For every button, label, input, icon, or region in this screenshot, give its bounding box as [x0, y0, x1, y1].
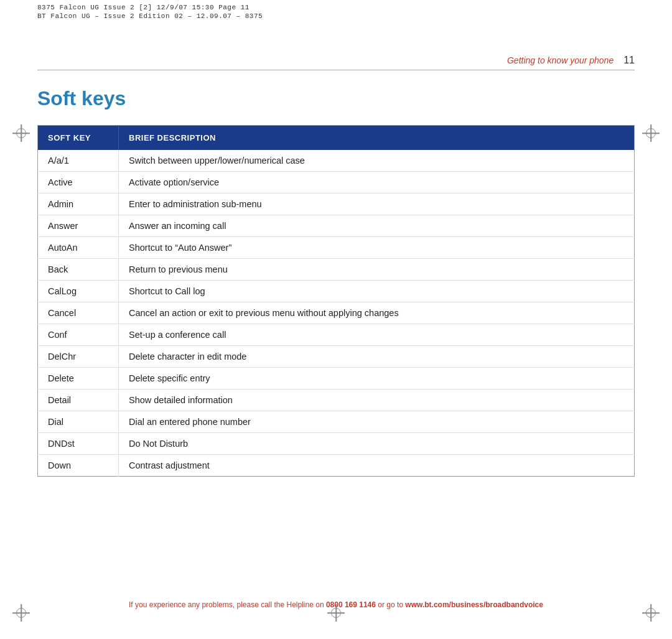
- table-row: AdminEnter to administration sub-menu: [38, 194, 635, 215]
- section-title: Soft keys: [37, 87, 635, 110]
- reg-mark-bottom-right: [642, 604, 660, 622]
- soft-key-cell: Answer: [38, 215, 119, 237]
- table-row: A/a/1Switch between upper/lower/numerica…: [38, 150, 635, 172]
- chapter-title: Getting to know your phone: [507, 55, 614, 65]
- table-row: DeleteDelete specific entry: [38, 368, 635, 389]
- soft-key-cell: Back: [38, 259, 119, 281]
- reg-mark-bottom-left: [12, 604, 30, 622]
- footer-text-middle: or go to: [376, 600, 405, 609]
- table-row: AnswerAnswer an incoming call: [38, 215, 635, 237]
- page-rule: [37, 70, 635, 70]
- table-row: DialDial an entered phone number: [38, 411, 635, 433]
- soft-key-cell: Down: [38, 455, 119, 477]
- description-cell: Shortcut to “Auto Answer”: [119, 237, 635, 259]
- col-header-description: BRIEF DESCRIPTION: [119, 126, 635, 151]
- header-line1: 8375 Falcon UG Issue 2 [2] 12/9/07 15:30…: [37, 4, 635, 11]
- table-row: BackReturn to previous menu: [38, 259, 635, 281]
- soft-key-cell: DNDst: [38, 433, 119, 455]
- reg-mark-bottom-center: [327, 604, 345, 622]
- soft-key-cell: Cancel: [38, 302, 119, 324]
- soft-key-cell: Detail: [38, 389, 119, 411]
- reg-mark-left: [12, 124, 30, 142]
- col-header-soft-key: SOFT KEY: [38, 126, 119, 151]
- description-cell: Set-up a conference call: [119, 324, 635, 346]
- table-row: CancelCancel an action or exit to previo…: [38, 302, 635, 324]
- table-row: ActiveActivate option/service: [38, 172, 635, 194]
- description-cell: Switch between upper/lower/numerical cas…: [119, 150, 635, 172]
- soft-key-cell: Conf: [38, 324, 119, 346]
- page-number: 11: [623, 55, 635, 66]
- soft-key-cell: Admin: [38, 194, 119, 215]
- table-row: AutoAnShortcut to “Auto Answer”: [38, 237, 635, 259]
- table-header-row: SOFT KEY BRIEF DESCRIPTION: [38, 126, 635, 151]
- soft-key-cell: Active: [38, 172, 119, 194]
- description-cell: Delete specific entry: [119, 368, 635, 389]
- description-cell: Activate option/service: [119, 172, 635, 194]
- table-row: DNDstDo Not Disturb: [38, 433, 635, 455]
- reg-mark-right: [642, 124, 660, 142]
- description-cell: Answer an incoming call: [119, 215, 635, 237]
- description-cell: Shortcut to Call log: [119, 281, 635, 302]
- soft-key-cell: Dial: [38, 411, 119, 433]
- description-cell: Dial an entered phone number: [119, 411, 635, 433]
- soft-key-cell: AutoAn: [38, 237, 119, 259]
- soft-key-cell: CalLog: [38, 281, 119, 302]
- description-cell: Return to previous menu: [119, 259, 635, 281]
- description-cell: Contrast adjustment: [119, 455, 635, 477]
- header-line2: BT Falcon UG – Issue 2 Edition 02 – 12.0…: [37, 12, 635, 20]
- description-cell: Enter to administration sub-menu: [119, 194, 635, 215]
- table-row: ConfSet-up a conference call: [38, 324, 635, 346]
- table-row: CalLogShortcut to Call log: [38, 281, 635, 302]
- page-container: 8375 Falcon UG Issue 2 [2] 12/9/07 15:30…: [0, 0, 672, 639]
- soft-keys-table: SOFT KEY BRIEF DESCRIPTION A/a/1Switch b…: [37, 125, 635, 477]
- description-cell: Do Not Disturb: [119, 433, 635, 455]
- footer-website: www.bt.com/business/broadbandvoice: [405, 600, 543, 609]
- table-row: DetailShow detailed information: [38, 389, 635, 411]
- description-cell: Show detailed information: [119, 389, 635, 411]
- table-row: DelChrDelete character in edit mode: [38, 346, 635, 368]
- table-row: DownContrast adjustment: [38, 455, 635, 477]
- footer-text-before: If you experience any problems, please c…: [129, 600, 326, 609]
- main-content: Soft keys SOFT KEY BRIEF DESCRIPTION A/a…: [37, 81, 635, 477]
- soft-key-cell: Delete: [38, 368, 119, 389]
- soft-key-cell: DelChr: [38, 346, 119, 368]
- chapter-header: Getting to know your phone 11: [507, 55, 635, 66]
- description-cell: Delete character in edit mode: [119, 346, 635, 368]
- page-header: 8375 Falcon UG Issue 2 [2] 12/9/07 15:30…: [0, 0, 672, 39]
- description-cell: Cancel an action or exit to previous men…: [119, 302, 635, 324]
- soft-key-cell: A/a/1: [38, 150, 119, 172]
